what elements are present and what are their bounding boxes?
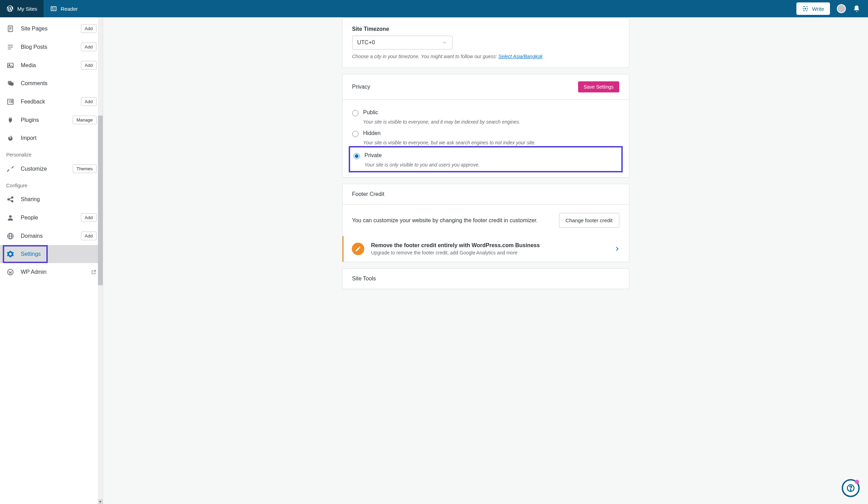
sidebar-item-feedback[interactable]: Feedback Add: [0, 92, 103, 111]
privacy-desc-private: Your site is only visible to you and use…: [365, 162, 618, 168]
sidebar-item-label: Domains: [21, 233, 75, 239]
sidebar-item-plugins[interactable]: Plugins Manage: [0, 111, 103, 129]
sidebar-item-label: Customize: [21, 166, 66, 172]
privacy-option-public[interactable]: Public: [352, 108, 619, 118]
masterbar-my-sites[interactable]: My Sites: [0, 0, 44, 17]
sidebar-item-customize[interactable]: Customize Themes: [0, 160, 103, 178]
sidebar-item-label: People: [21, 215, 75, 221]
radio-label: Public: [363, 109, 378, 116]
feedback-icon: [6, 98, 15, 106]
pencil-icon: [352, 243, 364, 255]
masterbar-reader[interactable]: Reader: [44, 0, 84, 17]
radio-hidden[interactable]: [352, 131, 358, 137]
footer-credit-body: You can customize your website by changi…: [342, 205, 629, 236]
sidebar-section-configure: Configure: [0, 178, 103, 190]
upsell-subtitle: Upgrade to remove the footer credit, add…: [371, 250, 607, 255]
timezone-select[interactable]: UTC+0: [352, 36, 453, 50]
footer-credit-card: Footer Credit You can customize your web…: [342, 184, 629, 262]
sidebar-item-label: Feedback: [21, 99, 75, 105]
timezone-value: UTC+0: [357, 39, 375, 46]
annotation-highlight-private: Private Your site is only visible to you…: [349, 146, 623, 172]
timezone-helper: Choose a city in your timezone. You migh…: [352, 54, 619, 59]
plugins-icon: [6, 116, 15, 124]
privacy-desc-public: Your site is visible to everyone, and it…: [363, 119, 619, 125]
footer-credit-upsell[interactable]: Remove the footer credit entirely with W…: [342, 236, 629, 262]
privacy-option-private[interactable]: Private: [354, 151, 618, 161]
sharing-icon: [6, 195, 15, 204]
write-icon: [802, 6, 808, 12]
sidebar-item-comments[interactable]: Comments: [0, 74, 103, 92]
chevron-down-icon: [442, 40, 447, 45]
privacy-option-hidden[interactable]: Hidden: [352, 129, 619, 138]
privacy-header: Privacy Save Settings: [342, 74, 629, 100]
footer-credit-desc: You can customize your website by changi…: [352, 217, 538, 224]
sidebar-item-settings[interactable]: Settings: [0, 245, 103, 263]
avatar[interactable]: [837, 4, 846, 13]
sidebar-item-label: Media: [21, 62, 75, 69]
sidebar-add-button[interactable]: Add: [81, 61, 97, 70]
notification-dot: [855, 480, 859, 484]
svg-point-25: [9, 215, 11, 217]
wordpress-icon: [6, 268, 15, 276]
main-content: Site Timezone UTC+0 Choose a city in you…: [103, 17, 868, 504]
sidebar: ▲ Site Pages Add Blog Posts Add Media Ad…: [0, 17, 103, 504]
sidebar-themes-button[interactable]: Themes: [73, 164, 97, 173]
sidebar-item-domains[interactable]: Domains Add: [0, 227, 103, 245]
sidebar-item-media[interactable]: Media Add: [0, 56, 103, 74]
svg-line-23: [9, 198, 11, 199]
scroll-arrow-down[interactable]: ▼: [98, 499, 103, 504]
help-fab[interactable]: [842, 479, 860, 497]
notifications-icon[interactable]: [853, 5, 860, 12]
radio-label: Private: [365, 152, 382, 159]
svg-rect-19: [11, 100, 12, 102]
import-icon: [6, 134, 15, 142]
sidebar-item-import[interactable]: Import: [0, 129, 103, 147]
wordpress-logo-icon: [6, 5, 14, 12]
sidebar-add-button[interactable]: Add: [81, 43, 97, 51]
sidebar-item-wp-admin[interactable]: WP Admin: [0, 263, 103, 281]
people-icon: [6, 214, 15, 222]
sidebar-scrollbar-thumb[interactable]: [98, 116, 103, 285]
privacy-title: Privacy: [352, 84, 370, 90]
sidebar-item-label: Site Pages: [21, 26, 75, 32]
sidebar-section-personalize: Personalize: [0, 147, 103, 160]
comments-icon: [6, 79, 15, 88]
sidebar-item-people[interactable]: People Add: [0, 208, 103, 227]
sidebar-item-site-pages[interactable]: Site Pages Add: [0, 19, 103, 38]
help-icon: [846, 484, 855, 493]
masterbar-my-sites-label: My Sites: [17, 6, 37, 12]
masterbar-reader-label: Reader: [61, 6, 78, 12]
customize-icon: [6, 165, 15, 173]
domains-icon: [6, 232, 15, 240]
sidebar-item-label: Plugins: [21, 117, 66, 123]
sidebar-add-button[interactable]: Add: [81, 232, 97, 240]
privacy-card: Privacy Save Settings Public Your site i…: [342, 74, 629, 178]
save-settings-button[interactable]: Save Settings: [578, 81, 619, 92]
write-button[interactable]: Write: [796, 2, 830, 15]
site-tools-header: Site Tools: [342, 269, 629, 289]
sidebar-add-button[interactable]: Add: [81, 213, 97, 222]
change-footer-credit-button[interactable]: Change footer credit: [559, 213, 619, 228]
media-icon: [6, 61, 15, 70]
timezone-guess-link[interactable]: Select Asia/Bangkok: [499, 54, 543, 59]
write-label: Write: [812, 6, 824, 12]
sidebar-add-button[interactable]: Add: [81, 97, 97, 106]
svg-point-31: [850, 489, 851, 490]
radio-private[interactable]: [354, 153, 360, 159]
sidebar-item-sharing[interactable]: Sharing: [0, 190, 103, 208]
radio-public[interactable]: [352, 110, 358, 116]
svg-rect-1: [52, 8, 53, 9]
layout: ▲ Site Pages Add Blog Posts Add Media Ad…: [0, 17, 868, 504]
chevron-right-icon: [614, 245, 621, 252]
footer-credit-header: Footer Credit: [342, 184, 629, 205]
posts-icon: [6, 43, 15, 51]
sidebar-add-button[interactable]: Add: [81, 24, 97, 33]
timezone-helper-text: Choose a city in your timezone. You migh…: [352, 54, 499, 59]
reader-icon: [50, 5, 57, 12]
sidebar-item-label: Import: [21, 135, 97, 141]
sidebar-item-label: Blog Posts: [21, 44, 75, 50]
sidebar-manage-button[interactable]: Manage: [73, 116, 97, 124]
sidebar-item-label: Settings: [21, 251, 97, 257]
sidebar-item-blog-posts[interactable]: Blog Posts Add: [0, 38, 103, 56]
masterbar: My Sites Reader Write: [0, 0, 868, 17]
